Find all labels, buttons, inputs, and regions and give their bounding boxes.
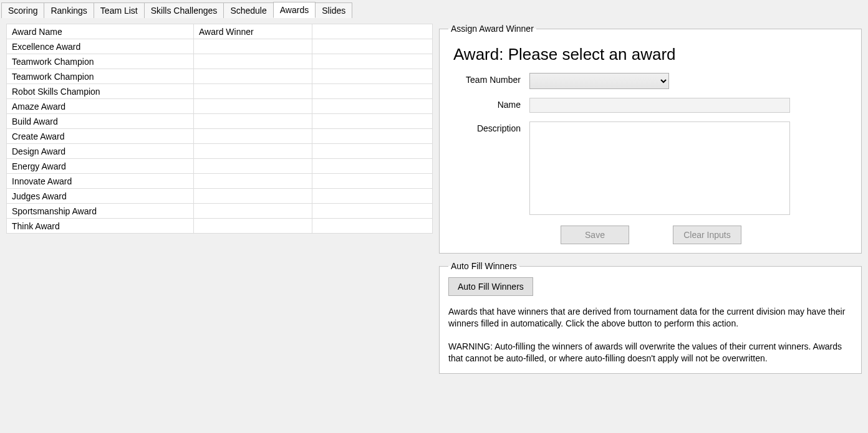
award-winner-cell[interactable] [194,174,312,189]
content-area: Award Name Award Winner Excellence Award… [0,17,868,433]
tab-rankings[interactable]: Rankings [44,2,94,18]
award-blank-cell[interactable] [312,54,433,69]
right-pane: Assign Award Winner Award: Please select… [436,17,868,433]
table-row[interactable]: Innovate Award [7,174,433,189]
autofill-legend: Auto Fill Winners [448,261,519,271]
table-row[interactable]: Energy Award [7,159,433,174]
award-name-cell[interactable]: Teamwork Champion [7,54,194,69]
award-name-cell[interactable]: Excellence Award [7,39,194,54]
award-blank-cell[interactable] [312,114,433,129]
autofill-button[interactable]: Auto Fill Winners [448,277,533,296]
assign-award-legend: Assign Award Winner [448,24,536,34]
team-number-select[interactable] [529,73,669,89]
assign-award-panel: Assign Award Winner Award: Please select… [439,24,862,254]
awards-table-header-name[interactable]: Award Name [7,24,194,39]
table-row[interactable]: Teamwork Champion [7,54,433,69]
awards-table-pane: Award Name Award Winner Excellence Award… [0,17,436,433]
table-row[interactable]: Sportsmanship Award [7,204,433,219]
table-row[interactable]: Teamwork Champion [7,69,433,84]
award-name-cell[interactable]: Robot Skills Champion [7,84,194,99]
award-blank-cell[interactable] [312,204,433,219]
award-name-cell[interactable]: Think Award [7,219,194,234]
award-blank-cell[interactable] [312,69,433,84]
award-name-cell[interactable]: Sportsmanship Award [7,204,194,219]
tab-bar: ScoringRankingsTeam ListSkills Challenge… [0,0,868,17]
table-row[interactable]: Amaze Award [7,99,433,114]
table-row[interactable]: Create Award [7,129,433,144]
award-winner-cell[interactable] [194,144,312,159]
table-row[interactable]: Excellence Award [7,39,433,54]
award-winner-cell[interactable] [194,39,312,54]
tab-scoring[interactable]: Scoring [1,2,44,18]
award-blank-cell[interactable] [312,189,433,204]
award-blank-cell[interactable] [312,144,433,159]
tab-awards[interactable]: Awards [273,2,316,18]
tab-slides[interactable]: Slides [315,2,352,18]
award-winner-cell[interactable] [194,114,312,129]
award-name-cell[interactable]: Innovate Award [7,174,194,189]
award-blank-cell[interactable] [312,219,433,234]
table-row[interactable]: Robot Skills Champion [7,84,433,99]
awards-table[interactable]: Award Name Award Winner Excellence Award… [6,24,433,234]
tab-skills-challenges[interactable]: Skills Challenges [144,2,224,18]
award-blank-cell[interactable] [312,39,433,54]
award-blank-cell[interactable] [312,84,433,99]
award-blank-cell[interactable] [312,174,433,189]
award-heading: Award: Please select an award [453,45,852,64]
award-winner-cell[interactable] [194,204,312,219]
award-winner-cell[interactable] [194,159,312,174]
award-winner-cell[interactable] [194,84,312,99]
award-name-cell[interactable]: Teamwork Champion [7,69,194,84]
awards-table-header-winner[interactable]: Award Winner [194,24,312,39]
team-number-label: Team Number [448,73,529,85]
award-name-cell[interactable]: Build Award [7,114,194,129]
award-winner-cell[interactable] [194,189,312,204]
name-input[interactable] [529,98,790,113]
tab-schedule[interactable]: Schedule [223,2,273,18]
award-winner-cell[interactable] [194,69,312,84]
award-blank-cell[interactable] [312,129,433,144]
award-name-cell[interactable]: Create Award [7,129,194,144]
award-blank-cell[interactable] [312,99,433,114]
table-row[interactable]: Design Award [7,144,433,159]
award-name-cell[interactable]: Design Award [7,144,194,159]
autofill-warning: WARNING: Auto-filling the winners of awa… [448,341,852,364]
award-name-cell[interactable]: Amaze Award [7,99,194,114]
description-textarea[interactable] [529,121,790,215]
awards-table-header-blank[interactable] [312,24,433,39]
award-name-cell[interactable]: Judges Award [7,189,194,204]
tab-team-list[interactable]: Team List [94,2,145,18]
save-button[interactable]: Save [561,226,629,244]
table-row[interactable]: Think Award [7,219,433,234]
autofill-paragraph: Awards that have winners that are derive… [448,306,852,330]
award-name-cell[interactable]: Energy Award [7,159,194,174]
name-label: Name [448,98,529,110]
description-label: Description [448,121,529,133]
award-winner-cell[interactable] [194,99,312,114]
award-winner-cell[interactable] [194,129,312,144]
table-row[interactable]: Judges Award [7,189,433,204]
table-row[interactable]: Build Award [7,114,433,129]
autofill-panel: Auto Fill Winners Auto Fill Winners Awar… [439,261,862,374]
award-winner-cell[interactable] [194,54,312,69]
clear-inputs-button[interactable]: Clear Inputs [673,226,741,244]
award-blank-cell[interactable] [312,159,433,174]
award-winner-cell[interactable] [194,219,312,234]
